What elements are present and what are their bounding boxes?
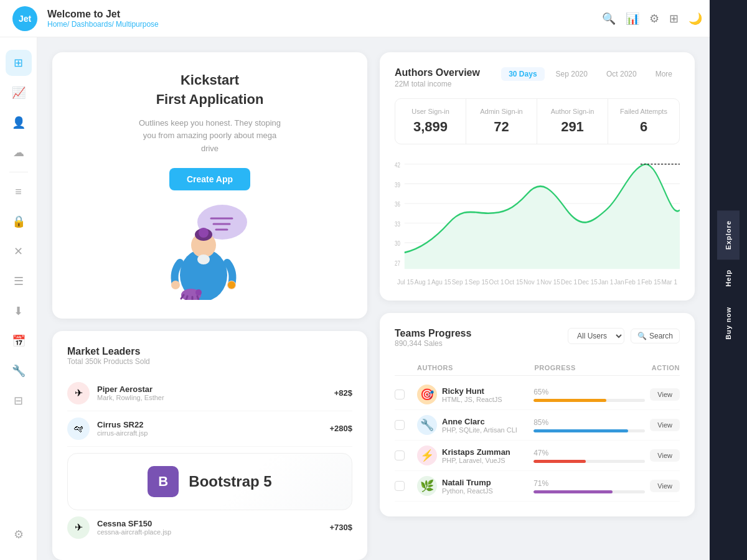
teams-header: Teams Progress 890,344 Sales xyxy=(395,328,471,355)
sidebar-item-grid[interactable]: ⊞ xyxy=(6,50,32,76)
sidebar-item-close[interactable]: ✕ xyxy=(6,238,32,264)
kickstart-description: Outlines keep you honest. They stoping y… xyxy=(135,117,284,156)
sidebar-bottom: ⚙ xyxy=(6,521,32,548)
team-avatar: 🌿 xyxy=(417,476,437,496)
teams-title: Teams Progress xyxy=(395,328,471,339)
search-icon[interactable]: 🔍 xyxy=(602,12,616,26)
sidebar-item-user[interactable]: 👤 xyxy=(6,110,32,136)
svg-text:30: 30 xyxy=(395,240,400,247)
market-icon-cessna: ✈ xyxy=(67,516,90,539)
header: Jet Welcome to Jet Home/ Dashboards/ Mul… xyxy=(0,0,747,37)
view-button[interactable]: View xyxy=(650,419,680,431)
teams-search-box[interactable]: 🔍 Search xyxy=(631,329,680,343)
sidebar-item-table[interactable]: ⊟ xyxy=(6,388,32,414)
moon-icon[interactable]: 🌙 xyxy=(688,12,702,26)
sidebar: ⊞ 📈 👤 ☁ ≡ 🔒 ✕ ☰ ⬇ 📅 🔧 ⊟ ⚙ xyxy=(0,37,37,560)
stat-admin-signin: Admin Sign-in 72 xyxy=(466,99,537,144)
team-info: Kristaps Zumman PHP, Laravel, VueJS xyxy=(442,447,510,464)
stat-value: 291 xyxy=(545,119,600,135)
view-button[interactable]: View xyxy=(650,480,680,492)
breadcrumb: Home/ Dashboards/ Multipurpose xyxy=(47,20,602,29)
market-value: +82$ xyxy=(334,388,352,398)
progress-bar-bg xyxy=(533,460,645,463)
sidebar-item-chart[interactable]: 📈 xyxy=(6,80,32,106)
teams-subtitle: 890,344 Sales xyxy=(395,339,471,348)
team-avatar: ⚡ xyxy=(417,446,437,465)
chart-labels: Jul 15 Aug 1 Agu 15 Sep 1 Sep 15 Oct 1 O… xyxy=(395,279,680,286)
chart-icon[interactable]: 📊 xyxy=(626,12,639,26)
stat-author-signin: Author Sign-in 291 xyxy=(537,99,608,144)
filter-sep2020[interactable]: Sep 2020 xyxy=(548,67,595,81)
svg-point-12 xyxy=(228,281,235,289)
progress-bar-fill xyxy=(533,399,606,402)
team-avatar: 🎯 xyxy=(417,385,437,404)
sidebar-divider xyxy=(9,172,28,172)
team-info: Ricky Hunt HTML, JS, ReactJS xyxy=(442,386,502,403)
market-item: ✈ Cessna SF150 cessna-aircraft-place.jsp… xyxy=(67,510,352,545)
row-checkbox[interactable] xyxy=(395,390,405,399)
row-checkbox[interactable] xyxy=(395,481,405,491)
svg-text:33: 33 xyxy=(395,221,400,228)
progress-bar-bg xyxy=(533,490,645,493)
market-leaders-subtitle: Total 350k Products Sold xyxy=(67,357,352,366)
authors-overview-title: Authors Overview xyxy=(395,67,480,78)
team-skills: PHP, Laravel, VueJS xyxy=(442,457,510,464)
team-author: 🎯 Ricky Hunt HTML, JS, ReactJS xyxy=(417,385,533,404)
sidebar-item-calendar[interactable]: 📅 xyxy=(6,328,32,354)
right-column: Authors Overview 22M total income 30 Day… xyxy=(380,52,695,560)
main-content: Kickstart First Application Outlines kee… xyxy=(37,37,710,560)
sidebar-item-settings[interactable]: ⚙ xyxy=(6,521,32,548)
sidebar-item-cloud[interactable]: ☁ xyxy=(6,139,32,166)
settings-icon[interactable]: ⚙ xyxy=(649,12,659,26)
sidebar-item-download[interactable]: ⬇ xyxy=(6,298,32,324)
row-checkbox[interactable] xyxy=(395,420,405,430)
market-item: 🛩 Cirrus SR22 cirrus-aircraft.jsp +280$ xyxy=(67,411,352,447)
team-name: Anne Clarc xyxy=(442,417,517,426)
row-checkbox[interactable] xyxy=(395,450,405,460)
team-row: ⚡ Kristaps Zumman PHP, Laravel, VueJS 47… xyxy=(395,441,680,471)
right-panel: Explore Help Buy now xyxy=(710,0,747,560)
time-filters: 30 Days Sep 2020 Oct 2020 More xyxy=(501,67,680,81)
teams-controls: All Users 🔍 Search xyxy=(568,328,680,344)
team-row: 🎯 Ricky Hunt HTML, JS, ReactJS 65% View xyxy=(395,380,680,410)
sidebar-item-tools[interactable]: 🔧 xyxy=(6,358,32,384)
stat-label: Admin Sign-in xyxy=(474,108,529,115)
team-row: 🔧 Anne Clarc PHP, SQLite, Artisan CLI 85… xyxy=(395,410,680,441)
svg-point-9 xyxy=(197,254,210,264)
teams-table-header: AUTHORS PROGRESS ACTION xyxy=(395,360,680,376)
progress-bar-fill xyxy=(533,490,613,493)
view-button[interactable]: View xyxy=(650,388,680,401)
progress-pct: 85% xyxy=(533,418,645,427)
authors-overview-card: Authors Overview 22M total income 30 Day… xyxy=(380,52,695,301)
team-name: Ricky Hunt xyxy=(442,386,502,396)
team-author: 🌿 Natali Trump Python, ReactJS xyxy=(417,476,533,496)
help-button[interactable]: Help xyxy=(717,259,740,297)
market-icon-piper: ✈ xyxy=(67,382,90,404)
progress-container: 47% xyxy=(533,449,650,463)
search-label: Search xyxy=(649,332,673,340)
stat-label: Author Sign-in xyxy=(545,108,600,115)
market-desc: Mark, Rowling, Esther xyxy=(97,394,334,401)
sidebar-item-menu[interactable]: ☰ xyxy=(6,268,32,294)
progress-pct: 65% xyxy=(533,388,645,396)
logo[interactable]: Jet xyxy=(12,6,37,31)
col-progress: PROGRESS xyxy=(534,364,651,371)
sidebar-item-layers[interactable]: ≡ xyxy=(6,179,32,205)
view-button[interactable]: View xyxy=(650,449,680,462)
explore-button[interactable]: Explore xyxy=(717,210,740,259)
stat-failed-attempts: Failed Attempts 6 xyxy=(608,99,679,144)
users-filter-select[interactable]: All Users xyxy=(568,328,624,344)
team-avatar: 🔧 xyxy=(417,415,437,435)
svg-point-10 xyxy=(171,281,180,289)
filter-30days[interactable]: 30 Days xyxy=(501,67,544,81)
market-name: Cirrus SR22 xyxy=(97,420,329,429)
filter-more[interactable]: More xyxy=(648,67,680,81)
market-leaders-title: Market Leaders xyxy=(67,346,352,357)
progress-container: 85% xyxy=(533,418,650,432)
create-app-button[interactable]: Create App xyxy=(169,168,250,190)
buynow-button[interactable]: Buy now xyxy=(717,297,740,350)
grid-icon[interactable]: ⊞ xyxy=(669,12,679,26)
progress-container: 65% xyxy=(533,388,650,402)
filter-oct2020[interactable]: Oct 2020 xyxy=(599,67,644,81)
sidebar-item-lock[interactable]: 🔒 xyxy=(6,208,32,235)
